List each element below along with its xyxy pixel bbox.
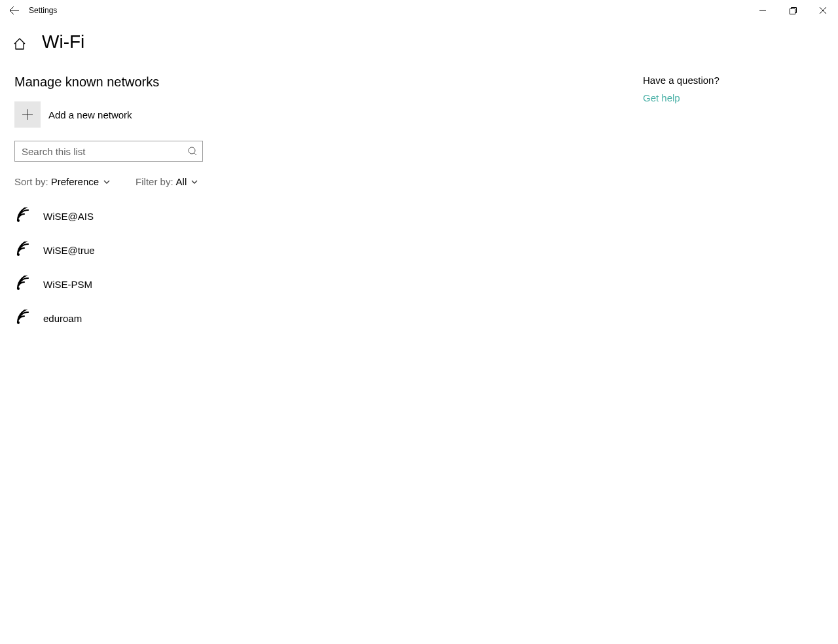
minimize-icon (759, 7, 766, 14)
network-item[interactable]: WiSE@AIS (14, 199, 630, 233)
page-title: Wi-Fi (42, 31, 84, 52)
search-input[interactable] (20, 145, 188, 158)
close-icon (820, 7, 826, 14)
add-network-button[interactable]: Add a new network (14, 101, 630, 128)
network-name: WiSE-PSM (43, 279, 92, 290)
filter-by-dropdown[interactable]: Filter by: All (136, 176, 198, 187)
wifi-icon (14, 310, 34, 327)
window-title: Settings (29, 6, 57, 15)
wifi-icon (14, 276, 34, 293)
svg-point-4 (17, 287, 20, 290)
add-icon-box (14, 101, 41, 128)
network-item[interactable]: WiSE-PSM (14, 267, 630, 301)
search-box[interactable] (14, 141, 203, 162)
svg-point-1 (189, 147, 195, 154)
section-title: Manage known networks (14, 75, 630, 90)
home-button[interactable] (13, 37, 26, 50)
window-controls (748, 0, 838, 21)
chevron-down-icon (191, 178, 198, 186)
page-header: Wi-Fi (0, 21, 838, 52)
wifi-icon (14, 207, 34, 224)
sort-label: Sort by: (14, 176, 48, 187)
back-button[interactable] (0, 0, 29, 21)
sort-value: Preference (51, 176, 99, 187)
network-item[interactable]: WiSE@true (14, 233, 630, 267)
plus-icon (22, 109, 33, 120)
arrow-left-icon (9, 5, 20, 16)
filter-label: Filter by: (136, 176, 173, 187)
add-network-label: Add a new network (48, 109, 132, 120)
network-name: WiSE@AIS (43, 211, 94, 222)
help-heading: Have a question? (643, 75, 825, 86)
search-icon (188, 147, 197, 156)
wifi-icon (14, 241, 34, 259)
maximize-icon (790, 7, 797, 14)
close-button[interactable] (808, 0, 838, 21)
get-help-link[interactable]: Get help (643, 92, 825, 103)
home-icon (13, 37, 26, 50)
network-name: eduroam (43, 313, 82, 324)
maximize-button[interactable] (778, 0, 808, 21)
network-item[interactable]: eduroam (14, 301, 630, 335)
svg-point-3 (17, 253, 20, 256)
svg-point-5 (17, 321, 20, 324)
chevron-down-icon (103, 178, 111, 186)
filter-row: Sort by: Preference Filter by: All (14, 176, 630, 187)
minimize-button[interactable] (748, 0, 778, 21)
network-list: WiSE@AISWiSE@trueWiSE-PSMeduroam (14, 199, 630, 335)
main-content: Manage known networks Add a new network … (14, 68, 630, 335)
svg-rect-0 (790, 9, 795, 14)
side-panel: Have a question? Get help (630, 68, 825, 335)
svg-point-2 (17, 219, 20, 222)
filter-value: All (176, 176, 187, 187)
network-name: WiSE@true (43, 245, 95, 256)
sort-by-dropdown[interactable]: Sort by: Preference (14, 176, 111, 187)
title-bar: Settings (0, 0, 838, 21)
